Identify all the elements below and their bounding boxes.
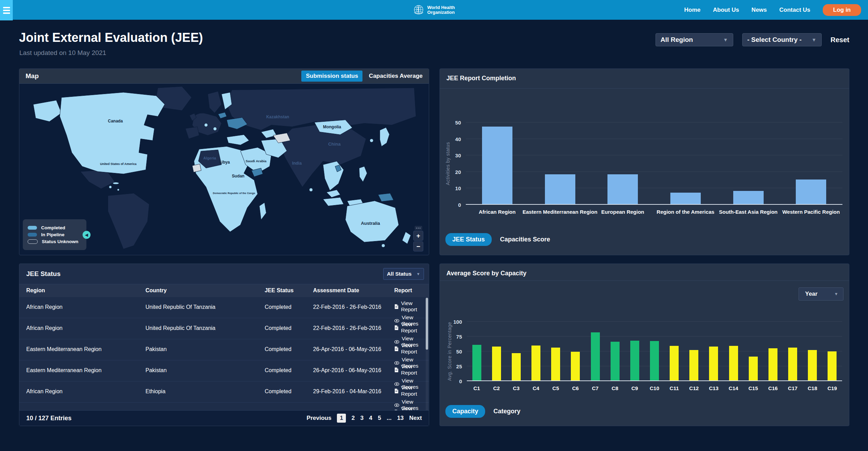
country-shape	[218, 112, 227, 119]
cell-jee-status: Completed	[265, 325, 310, 331]
view-report-link[interactable]: View Report	[394, 300, 429, 313]
cell-country: United Republic Of Tanzania	[145, 325, 260, 331]
toggle-submission-status[interactable]: Submission status	[301, 71, 362, 82]
pagination-page-...[interactable]: ...	[387, 415, 391, 422]
pagination-page-1[interactable]: 1	[337, 414, 346, 423]
bar-C2	[492, 347, 501, 380]
country-shape	[260, 203, 266, 220]
map-label-algeria: Algeria	[203, 156, 216, 160]
login-button[interactable]: Log in	[823, 4, 861, 16]
zoom-out-button[interactable]: −	[413, 241, 423, 251]
y-tick-label: 20	[455, 169, 461, 175]
table-scrollbar-thumb[interactable]	[426, 298, 428, 350]
legend-item-in-pipeline: In Pipeline	[28, 232, 82, 237]
y-tick-label: 0	[459, 378, 462, 384]
capacity-score-panel: Average Score by Capacity Year▼ Avg. Sco…	[440, 264, 849, 426]
bar-European Region	[607, 174, 638, 204]
x-tick-label: C2	[493, 385, 500, 391]
reset-button[interactable]: Reset	[831, 36, 849, 44]
gridline	[466, 172, 842, 172]
cell-assessment-date: 22-Feb-2016 - 26-Feb-2016	[313, 325, 393, 331]
pagination-page-4[interactable]: 4	[369, 415, 372, 422]
year-filter-select[interactable]: Year▼	[799, 287, 843, 301]
top-navbar: World Health Organization Home About Us …	[0, 0, 868, 20]
report-completion-tabs: JEE Status Capacities Score	[445, 233, 550, 246]
status-unknown-swatch	[28, 239, 38, 244]
pagination-previous[interactable]: Previous	[306, 415, 331, 422]
divider	[440, 280, 849, 281]
who-logo-icon	[413, 4, 424, 16]
map-label-australia: Australia	[361, 221, 380, 226]
nav-home[interactable]: Home	[684, 7, 700, 13]
y-tick-label: 50	[455, 120, 461, 126]
completed-swatch	[28, 226, 37, 230]
nav-news[interactable]: News	[752, 7, 767, 13]
pagination-next[interactable]: Next	[409, 415, 422, 422]
view-report-link[interactable]: View Report	[394, 321, 429, 334]
region-filter-select[interactable]: All Region▼	[655, 33, 733, 46]
gridline	[467, 336, 842, 337]
toggle-capacities-average[interactable]: Capacities Average	[369, 73, 423, 80]
top-nav-links: Home About Us News Contact Us Log in	[684, 0, 861, 20]
view-report-link[interactable]: View Report	[394, 342, 429, 355]
cell-assessment-date: 26-Apr-2016 - 06-May-2016	[313, 346, 393, 352]
view-report-link[interactable]: View Report	[394, 385, 429, 397]
x-tick-label: African Region	[479, 209, 516, 215]
x-tick-label: Region of the Americas	[657, 209, 714, 215]
country-shape	[33, 100, 62, 122]
cell-region: African Region	[26, 325, 140, 331]
y-tick-label: 10	[455, 185, 461, 191]
nav-about-us[interactable]: About Us	[713, 7, 739, 13]
bar-C10	[650, 341, 659, 380]
tab-category[interactable]: Category	[493, 408, 520, 415]
pagination-page-5[interactable]: 5	[378, 415, 381, 422]
cell-region: Eastern Mediterranean Region	[26, 367, 140, 374]
file-icon	[394, 325, 398, 330]
map-label-libya: Libya	[219, 160, 230, 165]
pagination-page-3[interactable]: 3	[360, 415, 364, 422]
tab-capacity[interactable]: Capacity	[445, 405, 485, 418]
pagination-page-13[interactable]: 13	[397, 415, 404, 422]
map-label-saudi-arabia: Saudi Arabia	[246, 159, 267, 163]
table-row: Eastern Mediterranean RegionPakistanComp…	[19, 339, 429, 360]
pagination-page-2[interactable]: 2	[351, 415, 355, 422]
cell-jee-status: Completed	[265, 346, 310, 352]
col-report: Report	[394, 287, 412, 294]
map-panel-title: Map	[26, 72, 39, 80]
bar-C13	[709, 347, 718, 380]
hamburger-menu-button[interactable]	[0, 0, 13, 20]
cell-country: Ethiopia	[145, 388, 260, 395]
status-filter-select[interactable]: All Status▼	[383, 268, 424, 280]
legend-collapse-button[interactable]: ◀	[83, 231, 91, 239]
who-brand: World Health Organization	[413, 4, 455, 16]
y-tick-label: 30	[455, 153, 461, 158]
capacity-plot-area: Avg. Score in Percentage 0255075100C1C2C…	[467, 322, 842, 381]
table-row: African RegionUnited Republic Of Tanzani…	[19, 318, 429, 339]
country-filter-select[interactable]: - Select Country -▼	[742, 33, 822, 46]
y-tick-label: 0	[458, 202, 461, 208]
map-label-mongolia: Mongolia	[323, 125, 341, 129]
bar-C17	[788, 348, 797, 380]
country-shape	[380, 127, 389, 146]
tab-jee-status[interactable]: JEE Status	[445, 233, 492, 246]
tab-capacities-score[interactable]: Capacities Score	[500, 236, 550, 243]
country-shape	[327, 190, 340, 197]
report-completion-title: JEE Report Completion	[446, 75, 516, 82]
x-tick-label: South-East Asia Region	[719, 209, 777, 215]
gridline	[466, 155, 842, 155]
y-tick-label: 40	[455, 136, 461, 142]
country-shape	[227, 135, 249, 145]
nav-contact-us[interactable]: Contact Us	[779, 7, 810, 13]
file-icon	[394, 346, 398, 351]
country-shape	[381, 244, 385, 247]
bar-Eastern Mediterranean Region	[545, 174, 575, 204]
map-label-kazakhstan: Kazakhstan	[266, 114, 289, 119]
x-tick-label: European Region	[601, 209, 644, 215]
col-jee-status: JEE Status	[265, 287, 294, 294]
zoom-in-button[interactable]: +	[413, 231, 423, 241]
in-pipeline-swatch	[28, 233, 37, 237]
view-report-link[interactable]: View Report	[394, 363, 429, 376]
map-extra-control-icon[interactable]	[415, 226, 422, 230]
country-shape	[309, 188, 313, 192]
table-column-headers: Region Country JEE Status Assessment Dat…	[19, 284, 429, 297]
